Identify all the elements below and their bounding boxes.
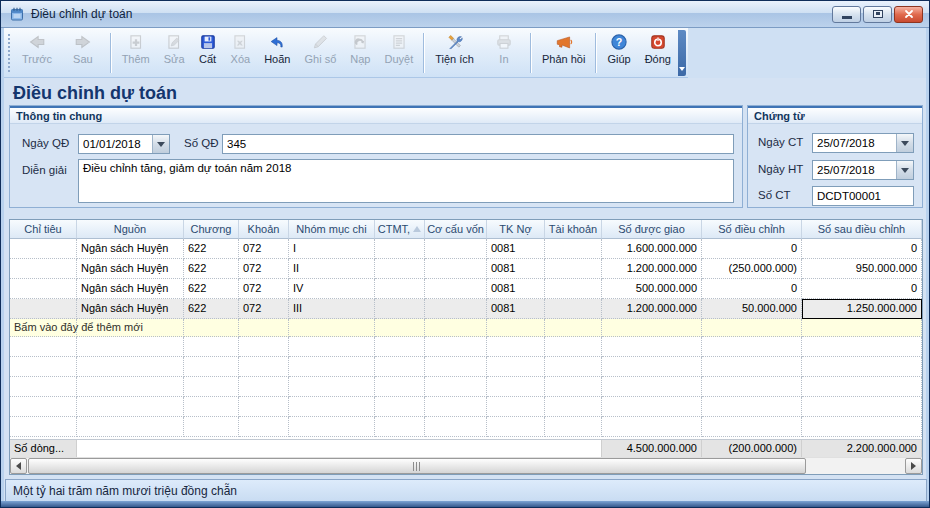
grid-cell[interactable]: II [289,259,375,279]
column-header-3[interactable]: Chương [184,220,239,239]
toolbar-button-forward[interactable]: Sau [66,30,107,76]
grid-cell[interactable]: IV [289,279,375,299]
grid-cell[interactable] [10,299,77,319]
toolbar-button-edit[interactable]: Sửa [157,30,192,76]
grid-cell[interactable] [425,279,487,299]
column-header-5[interactable]: Nhóm mục chi [289,220,375,239]
toolbar-button-pencil[interactable]: Ghi sổ [297,30,343,76]
column-header-10[interactable]: Số được giao [602,220,702,239]
grid-data-row-2[interactable]: Ngân sách Huyện622072II00811.200.000.000… [10,259,922,279]
grid-cell[interactable]: 622 [184,259,239,279]
toolbar-button-print[interactable]: In [488,30,527,76]
column-header-4[interactable]: Khoản [239,220,289,239]
grid-cell[interactable]: 0081 [487,239,545,259]
ngay-ct-dropdown-button[interactable] [896,134,913,152]
toolbar-drag-handle[interactable] [8,34,13,72]
toolbar-button-tools[interactable]: Tiện ích [428,30,488,76]
add-new-row[interactable]: Bấm vào đây để thêm mới [10,319,922,337]
toolbar-button-undo[interactable]: Hoãn [257,30,297,76]
grid-cell[interactable]: I [289,239,375,259]
grid-cell[interactable]: 622 [184,299,239,319]
grid-cell[interactable]: III [289,299,375,319]
grid-data-row-3[interactable]: Ngân sách Huyện622072IV0081500.000.00000 [10,279,922,299]
grid-cell[interactable]: 1.200.000.000 [602,299,702,319]
column-header-8[interactable]: TK Nợ [487,220,545,239]
grid-cell[interactable] [375,259,425,279]
grid-cell[interactable]: (250.000.000) [702,259,802,279]
grid-cell[interactable]: Ngân sách Huyện [77,279,184,299]
minimize-button[interactable] [832,6,861,23]
grid-cell[interactable]: 622 [184,279,239,299]
ngay-qd-dropdown-button[interactable] [152,135,169,153]
close-button[interactable] [894,6,923,23]
grid-cell[interactable]: 1.200.000.000 [602,259,702,279]
ngay-qd-input[interactable] [79,135,152,153]
so-qd-input[interactable] [222,134,734,154]
grid-cell[interactable]: 0 [702,279,802,299]
column-header-2[interactable]: Nguồn [77,220,184,239]
grid-cell[interactable]: Ngân sách Huyện [77,239,184,259]
dien-giai-textarea[interactable]: Điều chỉnh tăng, giảm dự toán năm 2018 [78,159,734,203]
grid-cell[interactable]: 0081 [487,259,545,279]
grid-cell[interactable]: 0 [702,239,802,259]
grid-cell[interactable] [545,259,602,279]
so-ct-input[interactable] [812,186,914,206]
horizontal-scrollbar[interactable] [10,457,922,474]
grid-cell[interactable] [375,239,425,259]
grid-cell[interactable]: 0 [802,279,922,299]
column-header-9[interactable]: Tài khoản [545,220,602,239]
column-header-7[interactable]: Cơ cấu vốn [425,220,487,239]
grid-cell[interactable]: 072 [239,279,289,299]
column-header-6[interactable]: CTMT, [375,220,425,239]
grid-cell[interactable]: 0081 [487,299,545,319]
scroll-left-button[interactable] [10,458,27,474]
scroll-right-button[interactable] [905,458,922,474]
grid-cell[interactable] [545,279,602,299]
grid-cell[interactable] [545,239,602,259]
grid-cell[interactable]: 072 [239,239,289,259]
maximize-button[interactable] [863,6,892,23]
grid-cell[interactable] [10,239,77,259]
empty-grid-row [10,337,922,357]
scrollbar-track[interactable] [807,458,905,474]
grid-cell[interactable] [425,239,487,259]
toolbar-overflow-button[interactable] [678,30,686,76]
grid-cell[interactable] [10,259,77,279]
column-header-12[interactable]: Số sau điều chỉnh [802,220,922,239]
toolbar-button-save[interactable]: Cất [192,30,224,76]
grid-cell[interactable]: 0081 [487,279,545,299]
toolbar-button-approve[interactable]: Duyệt [377,30,420,76]
grid-cell[interactable]: Ngân sách Huyện [77,259,184,279]
grid-data-row-4[interactable]: Ngân sách Huyện622072III00811.200.000.00… [10,299,922,319]
grid-cell[interactable]: 50.000.000 [702,299,802,319]
grid-cell[interactable] [375,299,425,319]
grid-cell[interactable] [545,299,602,319]
scrollbar-thumb[interactable] [28,458,806,474]
toolbar-button-back[interactable]: Trước [15,30,66,76]
toolbar-button-delete[interactable]: Xóa [224,30,258,76]
column-header-11[interactable]: Số điều chỉnh [702,220,802,239]
toolbar-button-feedback[interactable]: Phản hồi [535,30,592,76]
toolbar-button-add[interactable]: Thêm [115,30,157,76]
grid-cell[interactable]: Ngân sách Huyện [77,299,184,319]
grid-cell[interactable]: 1.250.000.000 [802,299,922,319]
grid-cell[interactable]: 500.000.000 [602,279,702,299]
grid-cell[interactable] [10,279,77,299]
toolbar-button-help[interactable]: ?Giúp [600,30,637,76]
grid-cell[interactable]: 622 [184,239,239,259]
grid-cell[interactable]: 950.000.000 [802,259,922,279]
toolbar-button-power[interactable]: Đóng [638,30,678,76]
grid-cell[interactable]: 072 [239,259,289,279]
ngay-ht-input[interactable] [813,161,896,179]
grid-cell[interactable] [425,259,487,279]
grid-cell[interactable] [425,299,487,319]
column-header-1[interactable]: Chỉ tiêu [10,220,77,239]
grid-cell[interactable] [375,279,425,299]
ngay-ht-dropdown-button[interactable] [896,161,913,179]
ngay-ct-input[interactable] [813,134,896,152]
grid-cell[interactable]: 0 [802,239,922,259]
grid-data-row-1[interactable]: Ngân sách Huyện622072I00811.600.000.0000… [10,239,922,259]
grid-cell[interactable]: 1.600.000.000 [602,239,702,259]
grid-cell[interactable]: 072 [239,299,289,319]
toolbar-button-refresh[interactable]: Nạp [343,30,377,76]
